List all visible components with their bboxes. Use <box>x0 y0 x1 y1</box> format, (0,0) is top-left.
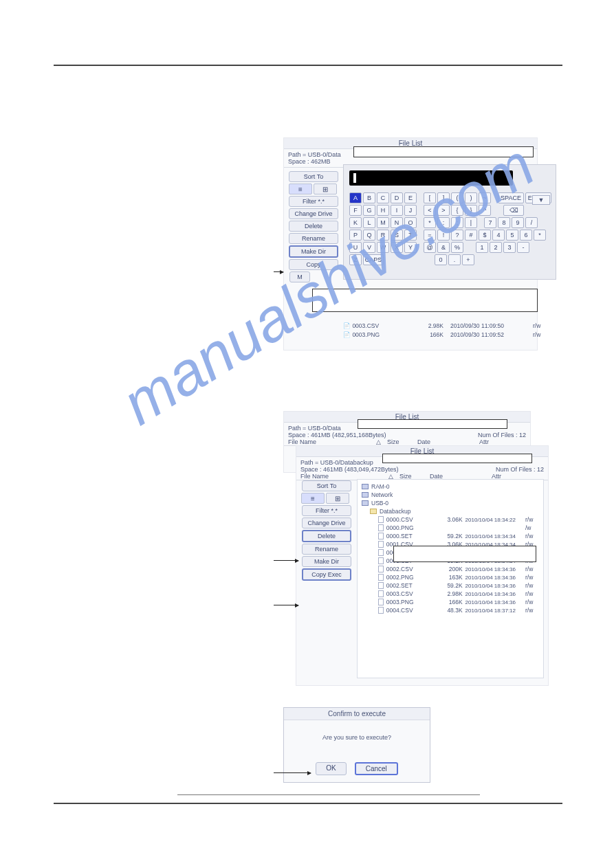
key-=[interactable]: = <box>424 230 436 241</box>
key-4[interactable]: 4 <box>492 230 505 241</box>
key-&[interactable]: & <box>437 242 450 253</box>
view-list-icon[interactable]: ≡ <box>289 183 312 194</box>
tree-file-0000-set[interactable]: 0000.SET59.2K2010/10/04 18:34:34r/w <box>362 532 539 540</box>
tree-drive-usb0[interactable]: USB-0 <box>362 499 539 507</box>
key-~[interactable]: ~ <box>479 192 491 203</box>
key-:[interactable]: : <box>437 217 450 228</box>
key-caps[interactable]: CAPS <box>363 254 384 265</box>
key--[interactable]: - <box>517 242 529 253</box>
file-row-0003-csv[interactable]: 📄 0003.CSV 2.98K 2010/09/30 11:09:50 r/w <box>343 322 551 329</box>
make-dir-button[interactable]: Make Dir <box>302 556 351 567</box>
key-space[interactable]: SPACE <box>498 192 524 203</box>
key-9[interactable]: 9 <box>512 217 524 228</box>
key-t[interactable]: T <box>404 230 417 241</box>
key-s[interactable]: S <box>391 230 403 241</box>
key-p[interactable]: P <box>349 230 362 241</box>
key-.[interactable]: . <box>448 254 461 265</box>
key-}[interactable]: } <box>465 205 477 216</box>
rename-button[interactable]: Rename <box>302 544 351 555</box>
key-/[interactable]: / <box>525 217 538 228</box>
tree-file-0002-set[interactable]: 0002.SET59.2K2010/10/04 18:34:36r/w <box>362 581 539 590</box>
key-7[interactable]: 7 <box>484 217 496 228</box>
key-c[interactable]: C <box>377 192 389 203</box>
delete-button[interactable]: Delete <box>302 530 351 542</box>
tree-file-0004-csv[interactable]: 0004.CSV48.3K2010/10/04 18:37:12r/w <box>362 606 539 614</box>
key-5[interactable]: 5 <box>506 230 518 241</box>
key-6[interactable]: 6 <box>520 230 532 241</box>
view-grid-icon[interactable]: ⊞ <box>326 493 349 504</box>
sort-to-button[interactable]: Sort To <box>289 171 338 182</box>
sort-to-button[interactable]: Sort To <box>302 480 351 491</box>
key-b[interactable]: B <box>363 192 375 203</box>
key-i[interactable]: I <box>391 205 403 216</box>
key-k[interactable]: K <box>349 217 362 228</box>
key-^[interactable]: ^ <box>479 205 491 216</box>
key-([interactable]: ( <box>451 192 463 203</box>
key-g[interactable]: G <box>363 205 375 216</box>
key-⌫[interactable]: ⌫ <box>503 205 524 216</box>
make-dir-button[interactable]: Make Dir <box>289 245 338 258</box>
key-w[interactable]: W <box>377 242 389 253</box>
key-f[interactable]: F <box>349 205 362 216</box>
key-+[interactable]: + <box>462 254 474 265</box>
key-l[interactable]: L <box>363 217 375 228</box>
key->[interactable]: > <box>437 205 450 216</box>
key-;[interactable]: ; <box>451 217 463 228</box>
key-{[interactable]: { <box>451 205 463 216</box>
key-#[interactable]: # <box>465 230 477 241</box>
key-m[interactable]: M <box>377 217 389 228</box>
key-h[interactable]: H <box>377 205 389 216</box>
key-n[interactable]: N <box>391 217 403 228</box>
key-8[interactable]: 8 <box>498 217 510 228</box>
cancel-button[interactable]: Cancel <box>355 762 398 775</box>
key-u[interactable]: U <box>349 242 362 253</box>
view-list-icon[interactable]: ≡ <box>301 493 325 504</box>
tree-file-0003-png[interactable]: 0003.PNG166K2010/10/04 18:34:36r/w <box>362 598 539 606</box>
key-x[interactable]: X <box>391 242 403 253</box>
tree-drive-ram0[interactable]: RAM-0 <box>362 482 539 491</box>
key-![interactable]: ! <box>437 230 450 241</box>
tree-drive-network[interactable]: Network <box>362 491 539 499</box>
key-2[interactable]: 2 <box>490 242 502 253</box>
m-button[interactable]: M <box>289 271 310 282</box>
key-?[interactable]: ? <box>451 230 463 241</box>
key-@[interactable]: @ <box>424 242 436 253</box>
key-|[interactable]: | <box>465 217 477 228</box>
keyboard-dropdown-icon[interactable]: ▼ <box>532 195 550 205</box>
tree-file-0002-csv[interactable]: 0002.CSV200K2010/10/04 18:34:36r/w <box>362 565 539 573</box>
key-*[interactable]: * <box>424 217 436 228</box>
key-%[interactable]: % <box>451 242 463 253</box>
tree-folder-databackup[interactable]: Databackup <box>362 507 539 515</box>
delete-button[interactable]: Delete <box>289 221 338 232</box>
keyboard-display[interactable] <box>349 170 513 186</box>
key-a[interactable]: A <box>349 192 362 203</box>
view-grid-icon[interactable]: ⊞ <box>314 183 337 194</box>
tree-file-0000-png[interactable]: 0000.PNG/w <box>362 524 539 532</box>
key-][interactable]: ] <box>437 192 450 203</box>
ok-button[interactable]: OK <box>316 762 346 775</box>
key-v[interactable]: V <box>363 242 375 253</box>
change-drive-button[interactable]: Change Drive <box>302 518 351 528</box>
filter-button[interactable]: Filter *.* <box>289 196 338 207</box>
key-e[interactable]: E <box>404 192 417 203</box>
key-<[interactable]: < <box>424 205 436 216</box>
key-1[interactable]: 1 <box>476 242 488 253</box>
rename-button[interactable]: Rename <box>289 233 338 244</box>
copy-button[interactable]: Copy <box>289 259 338 270</box>
file-tree[interactable]: RAM-0 Network USB-0 Databackup 0000.CSV3… <box>357 479 544 678</box>
key-r[interactable]: R <box>377 230 389 241</box>
key-[[interactable]: [ <box>424 192 436 203</box>
file-row-0003-png[interactable]: 📄 0003.PNG 166K 2010/09/30 11:09:52 r/w <box>343 331 551 338</box>
key-)[interactable]: ) <box>465 192 477 203</box>
key-j[interactable]: J <box>404 205 417 216</box>
key-q[interactable]: Q <box>363 230 375 241</box>
key-z[interactable]: Z <box>349 254 362 265</box>
tree-file-0002-png[interactable]: 0002.PNG163K2010/10/04 18:34:36r/w <box>362 573 539 581</box>
key-*[interactable]: * <box>534 230 546 241</box>
copy-exec-button[interactable]: Copy Exec <box>302 568 351 581</box>
tree-file-0000-csv[interactable]: 0000.CSV3.06K2010/10/04 18:34:22r/w <box>362 515 539 524</box>
key-y[interactable]: Y <box>404 242 417 253</box>
key-3[interactable]: 3 <box>503 242 516 253</box>
key-0[interactable]: 0 <box>435 254 447 265</box>
key-d[interactable]: D <box>391 192 403 203</box>
